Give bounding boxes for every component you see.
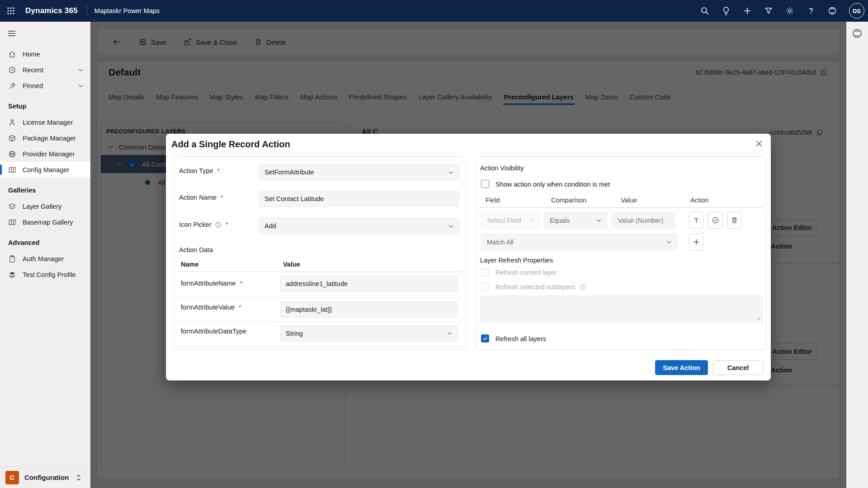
chevron-down-icon[interactable] — [78, 83, 84, 89]
resize-grip-icon[interactable] — [756, 316, 761, 321]
field-placeholder: Select Field — [487, 217, 521, 224]
row-divider — [771, 263, 839, 263]
sidebar-item-auth-manager[interactable]: Auth Manager — [0, 251, 90, 267]
column-header-action: Action — [690, 197, 708, 204]
close-icon[interactable] — [755, 139, 764, 148]
copilot-icon[interactable] — [852, 28, 863, 39]
refresh-all-layers-checkbox[interactable] — [481, 334, 489, 343]
tab-map-details[interactable]: Map Details — [108, 93, 144, 101]
package-box-icon — [8, 134, 16, 142]
form-attribute-name-input[interactable] — [286, 280, 452, 287]
sidebar-item-test-config-profile[interactable]: Test Config Profile — [0, 267, 90, 282]
lightbulb-icon[interactable] — [722, 6, 731, 15]
action-details-card: Action Type* SetFormAttribute Action Nam… — [174, 156, 466, 350]
detail-record-id-fragment: -cc6eca6d52b8 — [769, 129, 823, 136]
condition-comparison-select[interactable]: Equals — [544, 212, 607, 229]
sidebar-item-provider-manager[interactable]: Provider Manager — [0, 146, 90, 162]
tab-custom-code[interactable]: Custom Code — [630, 93, 671, 101]
search-icon[interactable] — [700, 6, 709, 15]
map-icon — [8, 166, 16, 174]
copilot-icon[interactable] — [828, 6, 837, 15]
sidebar-item-recent[interactable]: Recent — [0, 62, 90, 78]
sidebar-item-label: Config Manager — [23, 166, 69, 174]
tab-map-features[interactable]: Map Features — [156, 93, 198, 101]
tab-map-actions[interactable]: Map Actions — [300, 93, 337, 101]
sidebar-item-package-manager[interactable]: Package Manager — [0, 130, 90, 146]
info-icon[interactable] — [215, 221, 222, 228]
dialog-footer: Save Action Cancel — [655, 360, 763, 375]
icon-picker-label: Icon Picker * — [179, 221, 228, 228]
hamburger-menu-icon[interactable] — [7, 29, 16, 38]
sidebar-item-license-manager[interactable]: License Manager — [0, 114, 90, 130]
required-asterisk: * — [240, 280, 243, 287]
match-mode-select[interactable]: Match All — [481, 234, 677, 250]
form-attribute-value-label: formAttributeValue* — [181, 304, 241, 311]
icon-picker-select[interactable]: Add — [259, 218, 459, 234]
tab-map-filters[interactable]: Map Filters — [255, 93, 288, 101]
save-button[interactable]: Save — [139, 38, 166, 46]
save-and-close-icon — [184, 38, 192, 46]
condition-checkbox[interactable] — [481, 180, 489, 188]
action-type-select[interactable]: SetFormAttribute — [259, 164, 459, 180]
tab-map-zoom[interactable]: Map Zoom — [585, 93, 618, 101]
table-row-divider — [177, 297, 462, 298]
action-name-input[interactable] — [264, 195, 453, 202]
chevron-down-icon[interactable] — [116, 161, 122, 167]
sidebar-item-label: Pinned — [23, 82, 43, 89]
chevron-down-icon[interactable] — [108, 144, 114, 150]
refresh-selected-sublayers-checkbox[interactable] — [481, 283, 489, 291]
checkmark-icon — [482, 336, 488, 341]
required-asterisk: * — [239, 304, 241, 311]
topbar: Dynamics 365 Maptaskr Power Maps DS — [0, 0, 868, 22]
app-name[interactable]: Maptaskr Power Maps — [94, 7, 160, 14]
copy-icon[interactable] — [820, 69, 827, 76]
sidebar-item-pinned[interactable]: Pinned — [0, 78, 90, 94]
tab-predefined-shapes[interactable]: Predefined Shapes — [349, 93, 407, 101]
tab-layer-gallery-availability[interactable]: Layer Gallery Availability — [418, 93, 492, 101]
tab-preconfigured-layers[interactable]: Preconfigured Layers — [504, 93, 574, 101]
refresh-current-layer-checkbox[interactable] — [481, 268, 489, 277]
apply-condition-button[interactable] — [708, 212, 722, 229]
settings-gear-icon[interactable] — [785, 6, 794, 15]
form-attribute-datatype-select[interactable]: String — [280, 325, 458, 342]
delete-label: Delete — [266, 38, 286, 46]
add-icon[interactable] — [743, 6, 752, 15]
column-header-name: Name — [181, 261, 199, 268]
filter-icon[interactable] — [764, 6, 773, 15]
chevron-down-icon[interactable] — [78, 67, 84, 73]
delete-button[interactable]: Delete — [254, 38, 286, 46]
tab-map-styles[interactable]: Map Styles — [210, 93, 243, 101]
chevron-down-icon — [528, 217, 535, 224]
add-condition-button[interactable] — [689, 234, 703, 250]
checkmark-icon — [129, 161, 135, 167]
screen: Dynamics 365 Maptaskr Power Maps DS Home… — [0, 0, 868, 488]
copy-icon[interactable] — [816, 129, 823, 136]
globe-icon — [8, 150, 16, 158]
sidebar-item-layer-gallery[interactable]: Layer Gallery — [0, 198, 90, 214]
avatar[interactable]: DS — [849, 3, 864, 19]
delete-condition-button[interactable] — [727, 212, 741, 229]
save-action-button[interactable]: Save Action — [655, 360, 708, 375]
form-attribute-value-input[interactable] — [286, 306, 452, 313]
sidebar-item-label: Package Manager — [23, 135, 76, 142]
info-icon[interactable] — [580, 284, 586, 291]
app-launcher-waffle-icon[interactable] — [0, 0, 22, 22]
tab-bar: Map Details Map Features Map Styles Map … — [108, 93, 671, 101]
condition-field-select[interactable]: Select Field — [481, 212, 540, 229]
sublayers-textarea[interactable] — [480, 296, 763, 323]
condition-value-input[interactable] — [618, 217, 669, 224]
sidebar-item-home[interactable]: Home — [0, 46, 90, 62]
environment-switcher[interactable]: C Configuration — [0, 466, 90, 488]
sidebar-item-config-manager[interactable]: Config Manager — [0, 162, 90, 178]
sidebar-item-basemap-gallery[interactable]: Basemap Gallery — [0, 214, 90, 230]
stack-icon — [8, 271, 16, 279]
text-type-button[interactable]: T — [689, 212, 703, 229]
cancel-button[interactable]: Cancel — [713, 360, 763, 375]
back-arrow-icon[interactable] — [112, 38, 121, 47]
tree-node-checkbox[interactable] — [127, 160, 137, 169]
save-and-close-button[interactable]: Save & Close — [184, 38, 237, 46]
help-icon[interactable] — [807, 6, 816, 15]
check-circle-icon — [712, 216, 719, 224]
tree-node-root[interactable]: Common Datavers — [108, 143, 175, 151]
command-bar: Save Save & Close Delete — [98, 29, 839, 55]
